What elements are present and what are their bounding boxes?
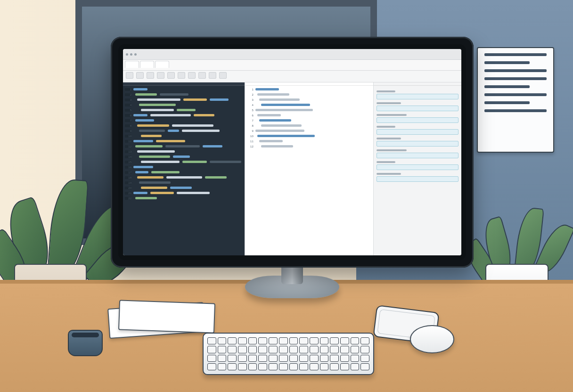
code-line: 5 xyxy=(245,107,373,113)
code-line: 11 xyxy=(245,139,373,144)
keycap xyxy=(289,346,298,353)
window-control-icon xyxy=(126,53,128,56)
keycap xyxy=(269,337,278,344)
field-label xyxy=(377,126,395,128)
toolbar-button-icon xyxy=(157,72,164,79)
keycap xyxy=(248,355,257,362)
keycap xyxy=(340,346,349,353)
keycap xyxy=(330,355,339,362)
keycap xyxy=(340,337,349,344)
field-label xyxy=(377,173,401,175)
field-label xyxy=(377,149,407,151)
code-line: 12 xyxy=(123,144,245,149)
keycap xyxy=(360,363,369,370)
coffee-cup xyxy=(68,330,103,356)
wall-note xyxy=(477,47,554,153)
keycap xyxy=(340,363,349,370)
keycap xyxy=(238,337,247,344)
tab xyxy=(140,61,154,68)
code-line: 15 xyxy=(123,159,245,164)
toolbar-button-icon xyxy=(167,72,175,79)
keycap xyxy=(320,346,329,353)
input-field xyxy=(377,164,458,170)
keycap xyxy=(238,346,247,353)
keycap xyxy=(228,363,237,370)
monitor: 12345678910111213141516171819202122 1234… xyxy=(111,37,474,268)
keycap xyxy=(310,355,319,362)
keycap xyxy=(330,363,339,370)
keycap xyxy=(207,355,216,362)
keycap xyxy=(228,346,237,353)
keycap xyxy=(248,346,257,353)
keycap xyxy=(360,355,369,362)
field-label xyxy=(377,102,401,104)
keycap xyxy=(299,346,308,353)
keycap xyxy=(360,346,369,353)
input-field xyxy=(377,153,458,158)
keycap xyxy=(238,363,247,370)
keycap xyxy=(330,337,339,344)
keycap xyxy=(360,337,369,344)
keycap xyxy=(269,355,278,362)
window-control-icon xyxy=(130,53,132,56)
code-line: 14 xyxy=(123,154,245,159)
keycap xyxy=(228,337,237,344)
keycap xyxy=(258,346,267,353)
paper-sheet xyxy=(118,300,215,333)
keycap xyxy=(279,363,288,370)
code-line: 7 xyxy=(123,118,245,123)
keycap xyxy=(310,337,319,344)
code-line: 11 xyxy=(123,139,245,144)
field-label xyxy=(377,161,395,163)
keycap xyxy=(248,337,257,344)
code-line: 12 xyxy=(245,144,373,149)
toolbar-button-icon xyxy=(188,72,196,79)
toolbar xyxy=(123,71,461,82)
code-line: 1 xyxy=(123,87,245,92)
pane-header xyxy=(374,82,461,86)
field-label xyxy=(377,90,395,92)
plant-left xyxy=(5,141,108,273)
field-label xyxy=(377,138,401,139)
toolbar-button-icon xyxy=(147,72,154,79)
code-line: 4 xyxy=(245,102,373,107)
code-line: 16 xyxy=(123,164,245,170)
screen: 12345678910111213141516171819202122 1234… xyxy=(123,49,461,255)
code-line: 6 xyxy=(123,113,245,118)
code-line: 18 xyxy=(123,175,245,180)
input-field xyxy=(377,129,458,135)
code-line: 2 xyxy=(245,92,373,97)
keycap xyxy=(218,355,227,362)
code-line: 3 xyxy=(123,97,245,102)
keycap xyxy=(299,363,308,370)
keycap xyxy=(258,337,267,344)
code-line: 2 xyxy=(123,92,245,97)
tab-strip xyxy=(123,60,461,71)
code-line: 9 xyxy=(245,128,373,133)
keycap xyxy=(320,337,329,344)
keycap xyxy=(330,346,339,353)
toolbar-button-icon xyxy=(126,72,133,79)
keycap xyxy=(299,337,308,344)
code-line: 17 xyxy=(123,170,245,175)
keycap xyxy=(258,355,267,362)
desk-scene-illustration: 12345678910111213141516171819202122 1234… xyxy=(0,0,573,392)
window-titlebar xyxy=(123,49,461,60)
keycap xyxy=(207,346,216,353)
keycap xyxy=(258,363,267,370)
pane-header xyxy=(245,82,373,86)
keycap xyxy=(289,337,298,344)
keycap xyxy=(340,355,349,362)
keycap xyxy=(351,346,360,353)
tab xyxy=(155,61,169,68)
keyboard xyxy=(203,333,374,375)
code-line: 1 xyxy=(245,87,373,92)
code-line: 19 xyxy=(123,180,245,185)
editor-pane-dark: 12345678910111213141516171819202122 xyxy=(123,82,245,255)
code-line: 10 xyxy=(245,133,373,139)
input-field xyxy=(377,176,458,182)
keycap xyxy=(310,363,319,370)
keycap xyxy=(289,363,298,370)
code-line: 10 xyxy=(123,133,245,139)
keycap xyxy=(228,355,237,362)
